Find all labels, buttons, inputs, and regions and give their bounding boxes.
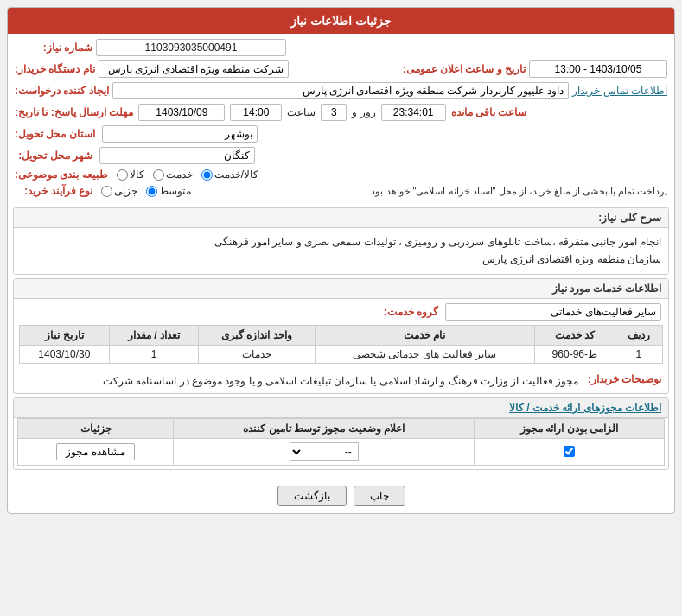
permits-col-status: اعلام وضعیت مجوز توسط تامین کننده (174, 418, 475, 438)
permits-col-details: جزئیات (18, 418, 174, 438)
type-option-kala[interactable]: کالا (117, 168, 144, 181)
province-input[interactable] (102, 125, 258, 143)
contact-link[interactable]: اطلاعات تماس خریدار (572, 85, 667, 97)
col-row: ردیف (615, 325, 662, 345)
permits-title-link[interactable]: اطلاعات مجوزهای ارائه خدمت / کالا (509, 402, 661, 414)
city-label: شهر محل تحویل: (15, 149, 92, 162)
col-date: تاریخ نیاز (20, 325, 110, 345)
deadline-date-input[interactable] (138, 104, 225, 121)
permits-row: -- مشاهده مجوز (18, 438, 665, 465)
process-note: پرداخت تمام یا بخشی از مبلغ خرید، از محل… (200, 186, 667, 197)
permits-col-required: الزامی بودن ارائه مجوز (475, 418, 665, 438)
days-label: روز و (352, 106, 375, 118)
type-option-kala-khedmat[interactable]: کالا/خدمت (201, 168, 258, 181)
date-label: تاریخ و ساعت اعلان عمومی: (403, 63, 526, 75)
col-qty: تعداد / مقدار (109, 325, 199, 345)
requester-label: ایجاد کننده درخواست: (15, 85, 109, 97)
buyer-input[interactable] (99, 60, 289, 78)
view-permit-button[interactable]: مشاهده مجوز (56, 443, 134, 460)
col-name: نام خدمت (315, 325, 534, 345)
city-input[interactable] (99, 147, 255, 164)
remaining-label: ساعت باقی مانده (451, 106, 527, 118)
province-label: استان محل تحویل: (15, 128, 95, 140)
services-table: ردیف کد خدمت نام خدمت واحد اندازه گیری ت… (19, 325, 663, 364)
buyer-notes-label: توضیحات خریدار: (583, 373, 661, 385)
buyer-label: نام دستگاه خریدار: (15, 63, 95, 75)
table-row: 1 ط-96-960 سایر فعالیت های خدماتی شخصی خ… (20, 345, 663, 363)
button-row: بازگشت چاپ (8, 479, 674, 513)
col-code: کد خدمت (534, 325, 615, 345)
date-input[interactable] (529, 60, 667, 78)
buyer-notes-text: مجوز فعالیت از وزارت فرهنگ و ارشاد اسلام… (21, 373, 578, 389)
service-group-label: گروه خدمت: (384, 306, 438, 318)
col-unit: واحد اندازه گیری (199, 325, 315, 345)
type-radio-group: کالا/خدمت خدمت کالا (117, 168, 258, 181)
need-number-label: شماره نیاز: (15, 41, 92, 54)
permits-table: الزامی بودن ارائه مجوز اعلام وضعیت مجوز … (17, 418, 665, 466)
page-header: جزئیات اطلاعات نیاز (8, 8, 674, 34)
permit-required-checkbox[interactable] (564, 446, 575, 457)
back-button[interactable]: بازگشت (277, 486, 347, 506)
print-button[interactable]: چاپ (354, 486, 405, 506)
service-group-input[interactable] (445, 303, 661, 321)
buyer-notes-row: توضیحات خریدار: مجوز فعالیت از وزارت فره… (14, 369, 668, 393)
days-input[interactable] (321, 104, 347, 121)
process-option-jozi[interactable]: جزیی (101, 185, 137, 197)
services-title: اطلاعات خدمات مورد نیاز (14, 279, 668, 299)
time-input[interactable] (230, 104, 282, 121)
requester-input[interactable] (112, 82, 570, 99)
page-title: جزئیات اطلاعات نیاز (290, 14, 392, 28)
remaining-input[interactable] (381, 104, 446, 121)
deadline-label: مهلت ارسال پاسخ: تا تاریخ: (15, 106, 133, 118)
type-label: طبیعه بندی موضوعی: (15, 168, 108, 181)
summary-title: سرح کلی نیاز: (14, 208, 668, 228)
permit-status-select[interactable]: -- (290, 442, 359, 461)
need-number-value: 1103093035000491 (96, 39, 286, 56)
process-label: نوع فرآیند خرید: (15, 185, 92, 197)
summary-text: انجام امور جانبی متفرقه ،ساخت تابلوهای س… (14, 228, 668, 274)
permits-header: اطلاعات مجوزهای ارائه خدمت / کالا (14, 398, 668, 418)
type-option-khedmat[interactable]: خدمت (153, 168, 193, 181)
time-label: ساعت (287, 106, 316, 118)
process-radio-group: متوسط جزیی (101, 185, 191, 197)
process-option-motavaset[interactable]: متوسط (146, 185, 191, 197)
